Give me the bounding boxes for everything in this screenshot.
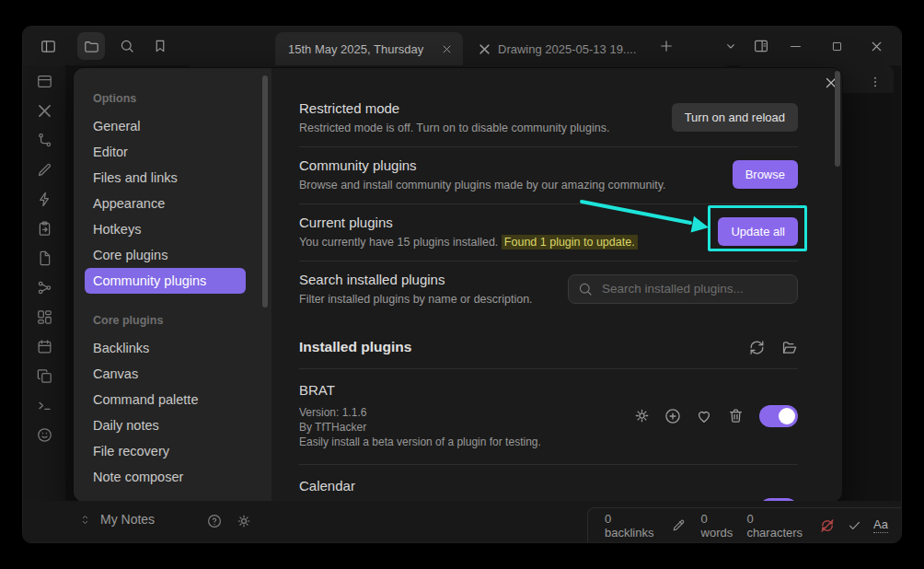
plugin-donate-button[interactable]: [695, 407, 713, 425]
edit-mode-toggle[interactable]: [671, 517, 687, 535]
plugin-settings-button[interactable]: [632, 407, 651, 425]
plugin-author: By TfTHacker: [299, 420, 541, 435]
sync-status-button[interactable]: [819, 517, 836, 535]
files-button[interactable]: [77, 32, 105, 60]
gallery-top-icon: [36, 73, 53, 90]
ribbon-clipboard-button[interactable]: [35, 220, 53, 238]
settings-content: Restricted mode Restricted mode is off. …: [271, 68, 842, 502]
plugin-name: Calendar: [299, 478, 373, 494]
reading-view-button[interactable]: [752, 37, 770, 55]
update-all-button[interactable]: Update all: [718, 217, 798, 246]
update-found-highlight: Found 1 plugin to update.: [502, 235, 638, 250]
backlinks-count: 0 backlinks: [605, 512, 654, 540]
browse-button[interactable]: Browse: [733, 160, 798, 189]
nav-item-files-and-links[interactable]: Files and links: [85, 165, 246, 191]
folder-open-icon: [780, 339, 798, 356]
status-panel: 0 backlinks 0 words 0 characters Aa: [587, 507, 901, 542]
smile-icon: [36, 426, 53, 444]
new-tab-button[interactable]: [657, 37, 676, 55]
tab-list-button[interactable]: [722, 37, 740, 55]
setting-restricted-mode: Restricted mode Restricted mode is off. …: [299, 90, 798, 146]
plugin-name: BRAT: [299, 382, 541, 398]
settings-scrollbar[interactable]: [835, 71, 840, 167]
pencil-icon: [671, 517, 687, 533]
settings-button[interactable]: [235, 512, 253, 530]
minimize-button[interactable]: [786, 37, 804, 55]
setting-search-plugins: Search installed plugins Filter installe…: [299, 261, 798, 318]
help-button[interactable]: [205, 512, 224, 530]
turn-on-and-reload-button[interactable]: Turn on and reload: [672, 103, 798, 132]
nav-item-command-palette[interactable]: Command palette: [85, 387, 246, 412]
open-plugins-folder-button[interactable]: [780, 338, 798, 356]
ribbon-calendar-button[interactable]: [35, 338, 53, 355]
excalidraw-pickaxe-icon: [478, 42, 491, 56]
git-graph-icon: [36, 132, 53, 149]
setting-desc: Restricted mode is off. Turn on to disab…: [299, 122, 609, 134]
ribbon-dashboard-button[interactable]: [35, 308, 53, 326]
setting-title: Community plugins: [299, 157, 666, 173]
tab-label: 15th May 2025, Thursday: [288, 42, 423, 56]
close-icon: [440, 42, 454, 56]
ribbon-copy-button[interactable]: [35, 367, 53, 385]
nav-item-appearance[interactable]: Appearance: [85, 191, 246, 216]
ribbon-terminal-button[interactable]: [35, 397, 53, 414]
nav-item-core-plugins[interactable]: Core plugins: [85, 242, 246, 268]
nav-item-daily-notes[interactable]: Daily notes: [85, 412, 246, 438]
ribbon-zap-button[interactable]: [35, 191, 53, 208]
window-close-button[interactable]: [867, 37, 885, 55]
plugin-enable-toggle[interactable]: [759, 405, 798, 427]
tab-label: Drawing 2025-05-13 19....: [498, 42, 636, 56]
ribbon-git-button[interactable]: [35, 132, 53, 149]
search-button[interactable]: [118, 37, 136, 55]
nav-item-note-composer[interactable]: Note composer: [85, 464, 246, 490]
setting-title: Restricted mode: [299, 100, 609, 116]
ribbon-share-button[interactable]: [35, 279, 53, 296]
plugin-delete-button[interactable]: [726, 407, 745, 425]
ribbon-excalidraw-button[interactable]: [35, 102, 53, 120]
nav-item-hotkeys[interactable]: Hotkeys: [85, 216, 246, 242]
pen-icon: [36, 161, 53, 179]
nav-item-canvas[interactable]: Canvas: [85, 361, 246, 387]
ribbon-smile-button[interactable]: [35, 426, 53, 444]
check-for-updates-button[interactable]: [747, 338, 766, 356]
minimize-icon: [788, 39, 803, 54]
folder-icon: [83, 38, 100, 55]
ribbon-file-export-button[interactable]: [35, 250, 53, 267]
nav-item-editor[interactable]: Editor: [85, 139, 246, 165]
font-toggle-button[interactable]: Aa: [873, 517, 888, 533]
save-status-button[interactable]: [847, 517, 862, 535]
more-options-button[interactable]: [866, 73, 884, 91]
maximize-button[interactable]: [827, 37, 846, 55]
bookmarks-button[interactable]: [151, 37, 169, 55]
tab-close-button[interactable]: [440, 42, 454, 56]
help-circle-icon: [206, 513, 223, 529]
plugin-install-version-button[interactable]: [664, 407, 682, 425]
plugin-row-brat: BRAT Version: 1.1.6 By TfTHacker Easily …: [299, 368, 798, 464]
setting-current-plugins: Current plugins You currently have 15 pl…: [299, 203, 798, 261]
nav-scrollbar[interactable]: [262, 75, 268, 308]
ribbon-gallery-button[interactable]: [35, 73, 53, 90]
statusbar: My Notes 0 backlinks 0 words 0 character…: [23, 501, 901, 542]
setting-title: Search installed plugins: [299, 272, 533, 287]
nav-item-backlinks[interactable]: Backlinks: [85, 335, 246, 361]
plus-icon: [658, 38, 675, 54]
trash-icon: [727, 407, 745, 424]
nav-item-file-recovery[interactable]: File recovery: [85, 438, 246, 464]
installed-plugins-title: Installed plugins: [299, 339, 411, 355]
plugin-search-input[interactable]: [568, 274, 798, 304]
vault-switcher[interactable]: My Notes: [78, 512, 155, 527]
tab-drawing[interactable]: Drawing 2025-05-13 19....: [470, 32, 645, 65]
tab-daily-note[interactable]: 15th May 2025, Thursday: [275, 32, 463, 65]
file-output-icon: [36, 250, 53, 267]
nav-item-community-plugins[interactable]: Community plugins: [85, 268, 246, 294]
nav-item-general[interactable]: General: [85, 113, 246, 139]
sidebar-left-toggle-button[interactable]: [39, 37, 57, 55]
plugin-desc: Easily install a beta version of a plugi…: [299, 435, 541, 449]
setting-desc: You currently have 15 plugins installed.…: [299, 236, 638, 249]
settings-nav: Options General Editor Files and links A…: [74, 68, 271, 502]
obsidian-window: 15th May 2025, Thursday Drawing 2025-05-…: [22, 26, 902, 543]
sidebar-left-icon: [40, 38, 57, 55]
chevrons-up-down-icon: [78, 513, 92, 527]
ribbon-pen-button[interactable]: [35, 161, 53, 179]
setting-desc: Browse and install community plugins mad…: [299, 179, 666, 192]
